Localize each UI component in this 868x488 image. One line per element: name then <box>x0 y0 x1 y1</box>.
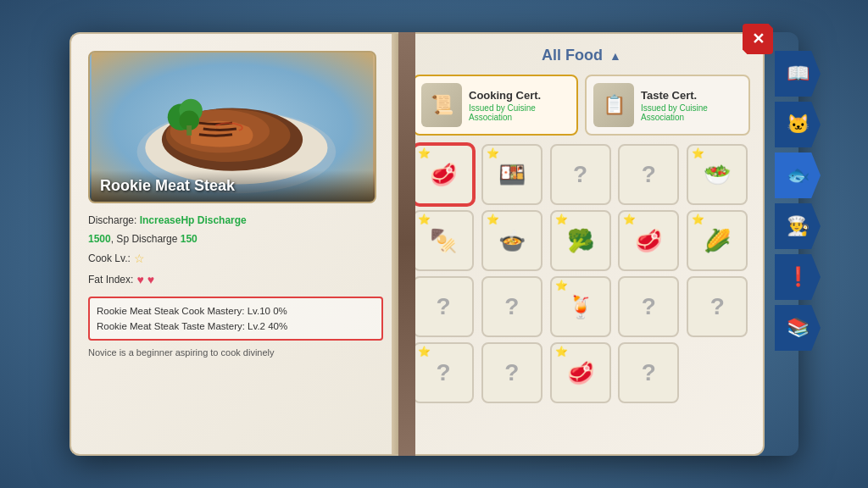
food-cell-1-4[interactable]: ⭐ 🌽 <box>687 210 748 271</box>
nav-btn-alert[interactable]: ❗ <box>775 254 821 300</box>
star-badge: ⭐ <box>555 280 568 291</box>
book-spine <box>398 32 415 456</box>
food-cell-0-1[interactable]: ⭐ 🍱 <box>481 144 542 205</box>
food-grid: ⭐ 🥩 ⭐ 🍱 ? ? ⭐ 🥗 ⭐ <box>413 144 750 403</box>
unknown-icon: ? <box>436 359 450 386</box>
cook-star-icon: ☆ <box>134 248 145 269</box>
food-icon: 🍱 <box>498 162 526 188</box>
sort-arrow[interactable]: ▲ <box>609 49 621 63</box>
discharge-type: IncreaseHp Discharge <box>140 214 247 226</box>
star-badge: ⭐ <box>418 147 431 159</box>
star-badge: ⭐ <box>418 214 431 225</box>
nav-btn-book[interactable]: 📖 <box>775 51 821 97</box>
star-badge: ⭐ <box>555 346 568 358</box>
food-icon: 🥩 <box>430 162 457 188</box>
discharge-sp: 150 <box>181 233 198 245</box>
nav-btn-library[interactable]: 📚 <box>775 305 821 351</box>
discharge-hp: 1500 <box>88 233 111 245</box>
nav-btn-chef[interactable]: 👨‍🍳 <box>775 203 821 249</box>
unknown-icon: ? <box>642 293 656 320</box>
food-icon: 🥩 <box>567 360 594 386</box>
food-cell-0-2[interactable]: ? <box>550 144 611 205</box>
left-page: Rookie Meat Steak Discharge: IncreaseHp … <box>70 32 400 456</box>
cert-name-cooking: Cooking Cert. <box>469 89 570 102</box>
star-badge: ⭐ <box>692 214 704 225</box>
food-cell-1-1[interactable]: ⭐ 🍲 <box>481 210 542 271</box>
cert-row: 📜 Cooking Cert. Issued by Cuisine Associ… <box>413 75 750 136</box>
cook-lv-row: Cook Lv.: ☆ <box>88 248 383 269</box>
food-cell-0-0[interactable]: ⭐ 🥩 <box>413 144 474 205</box>
discharge-line: Discharge: IncreaseHp Discharge <box>88 212 383 230</box>
cook-lv-label: Cook Lv.: <box>88 250 131 269</box>
food-cell-2-1[interactable]: ? <box>481 276 542 337</box>
cert-card-cooking[interactable]: 📜 Cooking Cert. Issued by Cuisine Associ… <box>413 75 578 136</box>
all-food-label: All Food <box>542 47 603 64</box>
food-cell-1-2[interactable]: ⭐ 🥦 <box>550 210 611 271</box>
food-icon: 🥦 <box>567 228 594 254</box>
food-name: Rookie Meat Steak <box>100 177 364 195</box>
all-food-header: All Food ▲ <box>413 47 750 64</box>
cert-sub-cooking: Issued by Cuisine Association <box>469 103 570 122</box>
food-stats: Discharge: IncreaseHp Discharge 1500, Sp… <box>88 212 383 360</box>
book: Rookie Meat Steak Discharge: IncreaseHp … <box>70 32 798 456</box>
right-page: ✕ All Food ▲ 📜 Cooking Cert. Issued by C… <box>400 32 765 456</box>
discharge-label: Discharge: <box>88 214 136 226</box>
cert-sub-taste: Issued by Cuisine Association <box>641 103 742 122</box>
food-icon: 🥗 <box>704 162 731 188</box>
food-cell-1-0[interactable]: ⭐ 🍢 <box>413 210 474 271</box>
cert-info-cooking: Cooking Cert. Issued by Cuisine Associat… <box>469 89 570 122</box>
mastery-box: Rookie Meat Steak Cook Mastery: Lv.10 0%… <box>88 297 383 341</box>
cert-thumb-cooking: 📜 <box>421 83 462 127</box>
food-cell-3-1[interactable]: ? <box>481 342 542 403</box>
food-cell-3-2[interactable]: ⭐ 🥩 <box>550 342 611 403</box>
star-badge: ⭐ <box>623 214 636 225</box>
food-cell-2-2[interactable]: ⭐ 🍹 <box>550 276 611 337</box>
mastery-line-2: Rookie Meat Steak Taste Mastery: Lv.2 40… <box>97 319 375 334</box>
nav-btn-cat[interactable]: 🐱 <box>775 102 821 147</box>
unknown-icon: ? <box>436 293 450 320</box>
food-icon: 🍢 <box>430 228 457 254</box>
food-icon: 🍹 <box>567 294 594 320</box>
heart-icon-1: ♥ <box>136 269 143 291</box>
fat-index-row: Fat Index: ♥ ♥ <box>88 269 383 291</box>
unknown-icon: ? <box>642 161 656 188</box>
unknown-icon: ? <box>504 359 519 386</box>
unknown-icon: ? <box>642 359 656 386</box>
close-button[interactable]: ✕ <box>743 24 773 54</box>
star-badge: ⭐ <box>487 147 499 159</box>
heart-icon-2: ♥ <box>147 269 154 291</box>
scene: Rookie Meat Steak Discharge: IncreaseHp … <box>0 0 868 488</box>
food-cell-0-4[interactable]: ⭐ 🥗 <box>687 144 748 205</box>
nav-btn-fish[interactable]: 🐟 <box>775 152 821 198</box>
food-icon: 🍲 <box>498 228 526 254</box>
cert-info-taste: Taste Cert. Issued by Cuisine Associatio… <box>641 89 742 122</box>
food-icon: 🌽 <box>704 228 731 254</box>
cert-thumb-taste: 📋 <box>593 83 634 127</box>
food-cell-3-0[interactable]: ⭐ ? <box>413 342 474 403</box>
star-badge: ⭐ <box>692 147 704 159</box>
mastery-line-1: Rookie Meat Steak Cook Mastery: Lv.10 0% <box>97 303 375 319</box>
star-badge: ⭐ <box>487 214 499 225</box>
cert-card-taste[interactable]: 📋 Taste Cert. Issued by Cuisine Associat… <box>585 75 750 136</box>
unknown-icon: ? <box>710 293 725 320</box>
fat-index-label: Fat Index: <box>88 271 133 290</box>
food-cell-2-3[interactable]: ? <box>618 276 679 337</box>
unknown-icon: ? <box>504 293 519 320</box>
star-badge: ⭐ <box>418 346 431 358</box>
food-description: Novice is a beginner aspiring to cook di… <box>88 346 383 360</box>
food-name-overlay: Rookie Meat Steak <box>90 170 375 202</box>
cert-name-taste: Taste Cert. <box>641 89 742 102</box>
food-cell-2-0[interactable]: ? <box>413 276 474 337</box>
food-cell-0-3[interactable]: ? <box>618 144 679 205</box>
star-badge: ⭐ <box>555 214 568 225</box>
food-icon: 🥩 <box>635 228 662 254</box>
discharge-values: 1500, Sp Discharge 150 <box>88 230 383 249</box>
food-cell-3-3[interactable]: ? <box>618 342 679 403</box>
food-cell-2-4[interactable]: ? <box>687 276 748 337</box>
food-cell-1-3[interactable]: ⭐ 🥩 <box>618 210 679 271</box>
unknown-icon: ? <box>573 161 587 188</box>
food-image: Rookie Meat Steak <box>88 51 376 203</box>
side-nav: 📖 🐱 🐟 👨‍🍳 ❗ 📚 <box>775 51 821 351</box>
food-cell-3-4 <box>687 342 748 403</box>
svg-rect-9 <box>186 125 192 136</box>
